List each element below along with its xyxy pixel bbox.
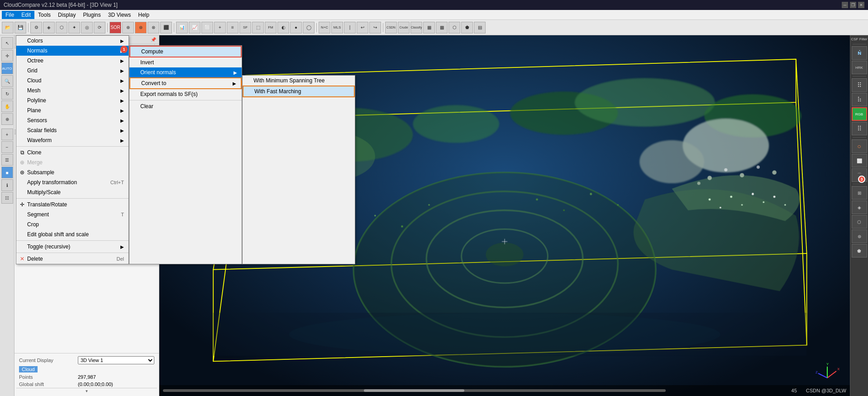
- menu-edit[interactable]: Edit: [18, 11, 34, 19]
- minimize-button[interactable]: ─: [842, 2, 848, 8]
- tool-pick[interactable]: ⊕: [1, 113, 13, 125]
- tb-btn6[interactable]: ⟳: [94, 22, 105, 33]
- tool-minus[interactable]: −: [1, 141, 13, 153]
- edit-subsample[interactable]: ⊛ Subsample: [16, 167, 129, 177]
- menu-3dviews[interactable]: 3D Views: [105, 11, 134, 19]
- tb-btn14[interactable]: |: [344, 22, 356, 33]
- close-button[interactable]: ✕: [858, 2, 864, 8]
- tb-btn13[interactable]: ◯: [303, 22, 315, 33]
- rt-btn-icon1[interactable]: ⊞: [852, 186, 867, 200]
- tb-btn1[interactable]: ⚙: [30, 22, 42, 33]
- tb-btn20[interactable]: ⬟: [461, 22, 473, 33]
- tb-btn9[interactable]: ≡: [227, 22, 238, 33]
- tb-filter3[interactable]: ⊛: [135, 22, 147, 33]
- edit-plane[interactable]: Plane ▶: [16, 105, 129, 115]
- tb-btn17[interactable]: ▦: [423, 22, 435, 33]
- tb-filter1[interactable]: SOR: [110, 22, 121, 33]
- tb-open[interactable]: 📂: [2, 22, 14, 33]
- edit-translate-rotate[interactable]: ✛ Translate/Rotate: [16, 200, 129, 210]
- rt-btn-rect[interactable]: ⬜: [852, 154, 867, 167]
- normals-orient[interactable]: Orient normals ▶: [129, 67, 242, 77]
- tool-add[interactable]: +: [1, 129, 13, 140]
- tool-props[interactable]: ☷: [1, 192, 13, 204]
- tool-info[interactable]: ℹ: [1, 179, 13, 191]
- viewport-scrollbar[interactable]: [163, 389, 792, 392]
- rt-btn-dots2[interactable]: ⠷: [852, 93, 867, 106]
- tb-filter5[interactable]: ⬛: [160, 22, 172, 33]
- tb-btn7[interactable]: ⬜: [201, 22, 213, 33]
- tb-btn4[interactable]: ✦: [68, 22, 80, 33]
- edit-grid[interactable]: Grid ▶: [16, 66, 129, 76]
- tb-btn10[interactable]: ⬚: [252, 22, 264, 33]
- tool-layers[interactable]: ☰: [1, 154, 13, 166]
- tb-mls[interactable]: MLS: [331, 22, 343, 33]
- edit-clone[interactable]: ⧉ Clone: [16, 148, 129, 157]
- tb-filter2[interactable]: ⊕: [122, 22, 134, 33]
- tb-btn3[interactable]: ⬡: [56, 22, 67, 33]
- tb-btn18[interactable]: ▩: [436, 22, 448, 33]
- normals-convert[interactable]: Convert to ▶ 2: [129, 77, 242, 89]
- tb-btn8[interactable]: +: [214, 22, 226, 33]
- edit-segment[interactable]: Segment T: [16, 210, 129, 219]
- tb-btn2[interactable]: ◈: [43, 22, 55, 33]
- rt-btn-icon5[interactable]: ⬟: [852, 244, 867, 258]
- orient-min-spanning[interactable]: With Minimum Spanning Tree: [243, 76, 355, 86]
- rt-btn-circle[interactable]: ○: [852, 139, 867, 153]
- scroll-down-btn[interactable]: ▼: [85, 389, 89, 393]
- rt-btn-rgb[interactable]: RGB: [852, 107, 867, 121]
- tb-btn16[interactable]: ↪: [369, 22, 381, 33]
- normals-invert[interactable]: Invert: [129, 57, 242, 67]
- edit-sensors[interactable]: Sensors ▶: [16, 115, 129, 125]
- tool-color[interactable]: ■: [1, 167, 13, 178]
- tb-btn11[interactable]: ◐: [277, 22, 289, 33]
- edit-toggle[interactable]: Toggle (recursive) ▶: [16, 242, 129, 252]
- current-display-select[interactable]: 3D View 1: [78, 356, 154, 364]
- tool-cursor[interactable]: ↖: [1, 37, 13, 49]
- orient-fast-marching[interactable]: With Fast Marching: [243, 86, 355, 97]
- rt-btn-hrk[interactable]: HRK: [852, 61, 867, 74]
- edit-polyline[interactable]: Polyline ▶: [16, 95, 129, 105]
- normals-compute[interactable]: Compute: [129, 46, 242, 57]
- tool-translate[interactable]: ✛: [1, 50, 13, 62]
- edit-crop[interactable]: Crop: [16, 219, 129, 229]
- edit-delete[interactable]: ✕ Delete Del: [16, 254, 129, 264]
- tb-save[interactable]: 💾: [14, 22, 26, 33]
- tb-btn5[interactable]: ◎: [81, 22, 93, 33]
- tb-filter4[interactable]: ⊗: [148, 22, 159, 33]
- tb-chart2[interactable]: 📈: [189, 22, 200, 33]
- edit-cloud[interactable]: Cloud ▶: [16, 76, 129, 86]
- restore-button[interactable]: ❐: [850, 2, 856, 8]
- tb-btn15[interactable]: ↩: [357, 22, 368, 33]
- tool-auto[interactable]: AUTO: [1, 62, 13, 74]
- tb-fm[interactable]: FM: [265, 22, 277, 33]
- menu-tools[interactable]: Tools: [34, 11, 54, 19]
- edit-multiply-scale[interactable]: Multiply/Scale: [16, 187, 129, 197]
- rt-btn-dots1[interactable]: ⠿: [852, 78, 867, 92]
- tb-btn21[interactable]: ▤: [474, 22, 486, 33]
- normals-export[interactable]: Export normals to SF(s): [129, 89, 242, 99]
- rt-btn-icon4[interactable]: ⊛: [852, 229, 867, 243]
- tb-sf[interactable]: SF: [239, 22, 251, 33]
- rt-btn-dots3[interactable]: ⠿: [852, 122, 867, 135]
- rt-btn-icon2[interactable]: ◈: [852, 200, 867, 214]
- tb-btn19[interactable]: ⬡: [448, 22, 460, 33]
- rt-btn-icon3[interactable]: ⬡: [852, 215, 867, 229]
- tb-csdn1[interactable]: CSDN: [385, 22, 397, 33]
- tb-chart1[interactable]: 📊: [176, 22, 188, 33]
- edit-mesh[interactable]: Mesh ▶: [16, 86, 129, 95]
- tb-btn12[interactable]: ●: [290, 22, 302, 33]
- edit-normals[interactable]: Normals ▶: [16, 46, 129, 56]
- tb-nc[interactable]: N+C: [319, 22, 330, 33]
- edit-waveform[interactable]: Waveform ▶: [16, 135, 129, 145]
- edit-scalar-fields[interactable]: Scalar fields ▶: [16, 125, 129, 135]
- tool-pan[interactable]: ✋: [1, 100, 13, 112]
- tool-rotate[interactable]: ↻: [1, 88, 13, 100]
- menu-help[interactable]: Help: [134, 11, 153, 19]
- tool-zoom[interactable]: 🔍: [1, 75, 13, 87]
- rt-btn-n[interactable]: N̄: [852, 46, 867, 60]
- edit-apply-transform[interactable]: Apply transformation Ctrl+T: [16, 177, 129, 187]
- menu-plugins[interactable]: Plugins: [79, 11, 104, 19]
- tb-csdn2[interactable]: Crude: [398, 22, 410, 33]
- menu-file[interactable]: File: [2, 11, 18, 19]
- normals-clear[interactable]: Clear: [129, 101, 242, 111]
